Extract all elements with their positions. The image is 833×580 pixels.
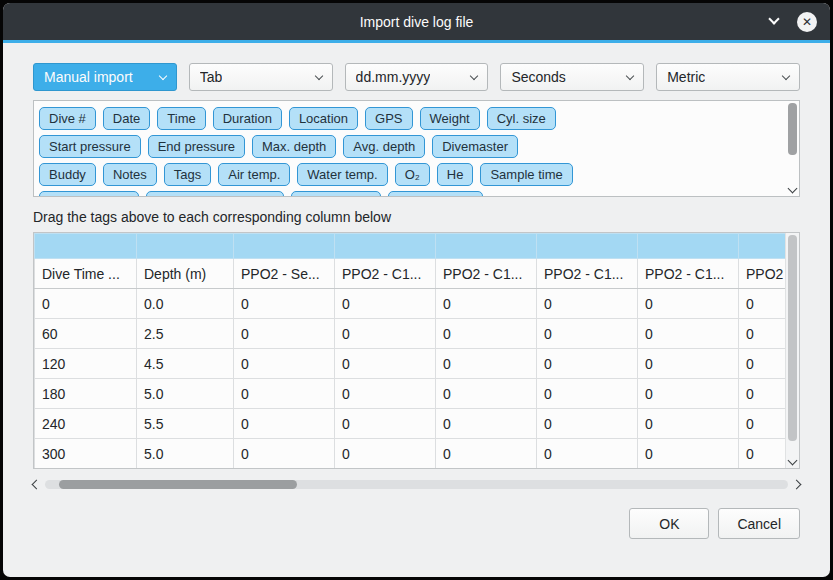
shade-window-icon[interactable] <box>766 15 782 29</box>
chevron-down-icon <box>626 72 634 80</box>
combo-value: dd.mm.yyyy <box>356 69 431 85</box>
field-tag[interactable]: Sample temperature <box>146 191 284 196</box>
table-row: 602.5000000 <box>35 319 786 349</box>
table-cell: 0 <box>739 319 786 349</box>
table-row: 00.0000000 <box>35 289 786 319</box>
table-cell: 0 <box>739 349 786 379</box>
field-tag[interactable]: O₂ <box>395 163 430 186</box>
table-cell: 0 <box>436 349 537 379</box>
field-tag[interactable]: Weight <box>420 107 480 130</box>
table-cell: 180 <box>35 379 137 409</box>
table-cell: 0 <box>35 289 137 319</box>
column-header: PPO2 - C1... <box>436 259 537 289</box>
column-drop-target[interactable] <box>234 234 335 259</box>
field-tag[interactable]: Sample time <box>480 163 572 186</box>
scrollbar-thumb[interactable] <box>59 480 297 489</box>
tags-scrollbar[interactable] <box>785 101 799 196</box>
field-tag[interactable]: Divemaster <box>432 135 518 158</box>
table-cell: 0 <box>436 319 537 349</box>
table-cell: 0 <box>537 439 638 469</box>
combo-import-mode[interactable]: Manual import <box>33 63 177 91</box>
column-drop-target[interactable] <box>638 234 739 259</box>
table-cell: 0 <box>739 439 786 469</box>
field-tag[interactable]: Cyl. size <box>487 107 556 130</box>
field-tag[interactable]: Tags <box>164 163 211 186</box>
preview-table-viewport: Dive Time ...Depth (m)PPO2 - Se...PPO2 -… <box>34 233 785 468</box>
scroll-down-icon[interactable] <box>788 456 798 466</box>
field-tag[interactable]: He <box>437 163 474 186</box>
combo-value: Tab <box>200 69 223 85</box>
table-row: 1805.0000000 <box>35 379 786 409</box>
table-cell: 0 <box>234 379 335 409</box>
table-cell: 0 <box>537 289 638 319</box>
table-cell: 0 <box>335 439 436 469</box>
field-tag[interactable]: Dive # <box>39 107 96 130</box>
horizontal-scrollbar[interactable] <box>33 477 800 492</box>
table-cell: 0 <box>335 289 436 319</box>
field-tag[interactable]: GPS <box>365 107 412 130</box>
table-cell: 5.0 <box>137 439 234 469</box>
column-drop-target[interactable] <box>335 234 436 259</box>
tag-row: Start pressureEnd pressureMax. depthAvg.… <box>39 135 780 158</box>
table-cell: 0 <box>739 289 786 319</box>
table-cell: 0 <box>638 379 739 409</box>
preview-table-panel: Dive Time ...Depth (m)PPO2 - Se...PPO2 -… <box>33 232 800 469</box>
field-tag[interactable]: Date <box>103 107 150 130</box>
column-drop-target[interactable] <box>436 234 537 259</box>
table-cell: 0 <box>638 319 739 349</box>
field-tag[interactable]: Start pressure <box>39 135 141 158</box>
field-tag[interactable]: Location <box>289 107 358 130</box>
combo-duration-format[interactable]: Seconds <box>500 63 644 91</box>
scrollbar-track[interactable] <box>45 480 788 489</box>
field-tag[interactable]: Duration <box>213 107 282 130</box>
instruction-text: Drag the tags above to each correspondin… <box>33 208 800 226</box>
scroll-left-icon[interactable] <box>32 480 42 490</box>
column-header: PPO2 - C1... <box>335 259 436 289</box>
scrollbar-thumb[interactable] <box>788 103 797 155</box>
column-drop-target[interactable] <box>537 234 638 259</box>
field-tag[interactable]: Sample depth <box>39 191 139 196</box>
table-cell: 0 <box>335 319 436 349</box>
field-tag[interactable]: Notes <box>103 163 157 186</box>
table-cell: 0 <box>537 349 638 379</box>
table-cell: 0 <box>739 379 786 409</box>
field-tag[interactable]: End pressure <box>148 135 245 158</box>
field-tag[interactable]: Water temp. <box>297 163 387 186</box>
field-tag[interactable]: Sample pO₂ <box>291 191 381 196</box>
table-cell: 0 <box>537 319 638 349</box>
combo-value: Manual import <box>44 69 133 85</box>
table-cell: 0 <box>537 409 638 439</box>
combo-field-separator[interactable]: Tab <box>189 63 333 91</box>
column-drop-target[interactable] <box>137 234 234 259</box>
column-drop-target[interactable] <box>35 234 137 259</box>
chevron-down-icon <box>782 72 790 80</box>
field-tag[interactable]: Buddy <box>39 163 96 186</box>
field-tag[interactable]: Air temp. <box>218 163 290 186</box>
field-tag[interactable]: Sample CNS <box>388 191 483 196</box>
table-scrollbar[interactable] <box>785 233 799 468</box>
combo-date-format[interactable]: dd.mm.yyyy <box>345 63 489 91</box>
combo-units[interactable]: Metric <box>656 63 800 91</box>
scrollbar-thumb[interactable] <box>788 235 797 441</box>
scroll-right-icon[interactable] <box>792 480 802 490</box>
scroll-down-icon[interactable] <box>787 184 797 194</box>
drop-target-row <box>35 234 786 259</box>
column-header: PPO2 - C1... <box>537 259 638 289</box>
field-tag[interactable]: Avg. depth <box>343 135 425 158</box>
table-cell: 0 <box>335 379 436 409</box>
chevron-down-icon <box>314 72 322 80</box>
titlebar-buttons: ✕ <box>766 12 830 32</box>
window-title: Import dive log file <box>3 14 830 30</box>
field-tag[interactable]: Max. depth <box>252 135 336 158</box>
ok-button[interactable]: OK <box>629 508 709 539</box>
table-row: 2405.5000000 <box>35 409 786 439</box>
table-cell: 240 <box>35 409 137 439</box>
column-drop-target[interactable] <box>739 234 786 259</box>
field-tag[interactable]: Time <box>157 107 205 130</box>
table-cell: 0 <box>234 409 335 439</box>
table-cell: 0 <box>638 409 739 439</box>
cancel-button[interactable]: Cancel <box>718 508 800 539</box>
table-cell: 300 <box>35 439 137 469</box>
close-icon[interactable]: ✕ <box>797 12 817 32</box>
table-cell: 0 <box>638 439 739 469</box>
